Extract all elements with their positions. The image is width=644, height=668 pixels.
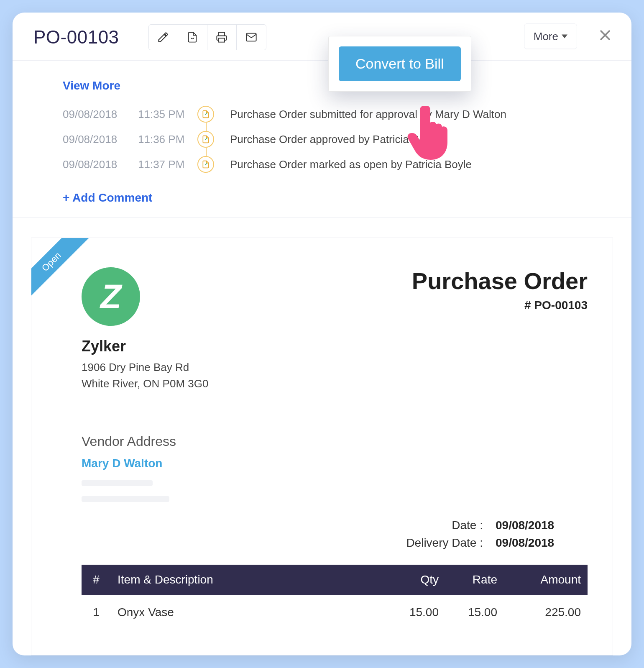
timeline-entry: 09/08/2018 11:35 PM Purchase Order submi…: [63, 106, 606, 123]
convert-to-bill-button[interactable]: Convert to Bill: [339, 46, 461, 81]
document-edit-icon: [197, 131, 214, 148]
caret-down-icon: [562, 35, 567, 38]
add-comment-link[interactable]: + Add Comment: [63, 191, 152, 205]
email-button[interactable]: [237, 25, 266, 50]
col-rate: Rate: [445, 565, 504, 595]
company-address-line2: White River, ON P0M 3G0: [82, 376, 208, 392]
placeholder-line: [82, 496, 169, 502]
meta-table: Date : 09/08/2018 Delivery Date : 09/08/…: [82, 519, 588, 550]
timeline-date: 09/08/2018: [63, 158, 138, 171]
meta-value: 09/08/2018: [496, 536, 588, 550]
table-header-row: # Item & Description Qty Rate Amount: [82, 565, 588, 595]
col-num: #: [82, 565, 111, 595]
convert-popover: Convert to Bill: [328, 36, 471, 92]
document-edit-icon: [197, 156, 214, 173]
printer-icon: [216, 31, 227, 43]
action-toolbar: [148, 24, 266, 50]
more-label: More: [534, 30, 558, 43]
document-edit-icon: [197, 106, 214, 123]
cell-amount: 225.00: [504, 595, 588, 630]
document-title-block: Purchase Order # PO-00103: [412, 267, 588, 312]
timeline-text: Purchase Order submitted for approval by…: [230, 108, 506, 121]
meta-label: Delivery Date :: [399, 536, 496, 550]
timeline-time: 11:37 PM: [138, 158, 192, 171]
meta-value: 09/08/2018: [496, 519, 588, 532]
col-qty: Qty: [395, 565, 445, 595]
edit-button[interactable]: [149, 25, 178, 50]
timeline-entry: 09/08/2018 11:37 PM Purchase Order marke…: [63, 156, 606, 173]
document-container: Open Z Zylker 1906 Dry Pine Bay Rd White…: [13, 217, 631, 655]
pencil-icon: [157, 31, 169, 43]
document-number: # PO-00103: [412, 299, 588, 312]
placeholder-line: [82, 480, 153, 486]
cell-desc: Onyx Vase: [111, 595, 395, 630]
po-detail-window: PO-00103 More Convert to Bill: [13, 13, 631, 655]
svg-rect-1: [246, 33, 256, 41]
col-item: Item & Description: [111, 565, 395, 595]
document-title: Purchase Order: [412, 267, 588, 294]
document-header: Z Zylker 1906 Dry Pine Bay Rd White Rive…: [82, 267, 588, 392]
meta-row-date: Date : 09/08/2018: [399, 519, 588, 532]
col-amount: Amount: [504, 565, 588, 595]
close-button[interactable]: [595, 26, 615, 47]
mail-icon: [245, 31, 257, 43]
purchase-order-document: Open Z Zylker 1906 Dry Pine Bay Rd White…: [31, 238, 613, 655]
print-button[interactable]: [207, 25, 237, 50]
timeline-time: 11:35 PM: [138, 108, 192, 121]
close-icon: [598, 28, 612, 42]
svg-rect-0: [219, 38, 225, 42]
activity-section: View More 09/08/2018 11:35 PM Purchase O…: [13, 61, 631, 217]
company-block: Z Zylker 1906 Dry Pine Bay Rd White Rive…: [82, 267, 208, 392]
vendor-name-link[interactable]: Mary D Walton: [82, 457, 162, 470]
timeline-text: Purchase Order marked as open by Patrici…: [230, 158, 472, 171]
pdf-icon: [187, 31, 198, 43]
table-row: 1 Onyx Vase 15.00 15.00 225.00: [82, 595, 588, 630]
vendor-section: Vendor Address Mary D Walton: [82, 434, 588, 502]
timeline-date: 09/08/2018: [63, 133, 138, 146]
more-dropdown[interactable]: More: [524, 24, 577, 49]
cell-qty: 15.00: [395, 595, 445, 630]
meta-row-delivery: Delivery Date : 09/08/2018: [399, 536, 588, 550]
items-table: # Item & Description Qty Rate Amount 1 O…: [82, 565, 588, 630]
timeline-text: Purchase Order approved by Patricia Boyl…: [230, 133, 439, 146]
pdf-button[interactable]: [178, 25, 207, 50]
company-address-line1: 1906 Dry Pine Bay Rd: [82, 359, 208, 376]
cell-num: 1: [82, 595, 111, 630]
company-logo: Z: [82, 267, 140, 326]
header-bar: PO-00103 More: [13, 13, 631, 61]
timeline-time: 11:36 PM: [138, 133, 192, 146]
vendor-heading: Vendor Address: [82, 434, 588, 449]
company-name: Zylker: [82, 338, 208, 355]
cell-rate: 15.00: [445, 595, 504, 630]
timeline-entry: 09/08/2018 11:36 PM Purchase Order appro…: [63, 131, 606, 148]
timeline-date: 09/08/2018: [63, 108, 138, 121]
page-title: PO-00103: [33, 27, 119, 48]
view-more-link[interactable]: View More: [63, 79, 120, 92]
meta-label: Date :: [399, 519, 496, 532]
